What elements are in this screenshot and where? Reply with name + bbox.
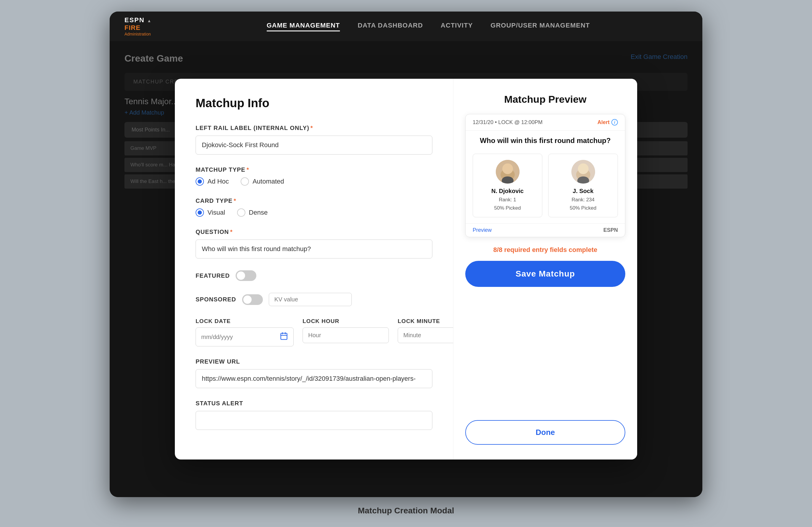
preview-date: 12/31/20 • LOCK @ 12:00PM (473, 119, 542, 125)
featured-toggle[interactable] (236, 270, 256, 281)
modal-right-panel: Matchup Preview 12/31/20 • LOCK @ 12:00P… (453, 79, 637, 460)
lock-date-wrapper (195, 328, 294, 346)
browser-window: ESPN ▲ FIRE Administration GAME MANAGEME… (110, 12, 702, 497)
required-complete-text: 8/8 required entry fields complete (493, 246, 597, 254)
lock-hour-group: LOCK HOUR (303, 318, 389, 343)
preview-question: Who will win this first round matchup? (466, 131, 625, 148)
radio-label-automated: Automated (252, 178, 284, 185)
preview-players: N. Djokovic Rank: 1 50% Picked (466, 148, 625, 223)
nav-activity[interactable]: ACTIVITY (441, 21, 473, 31)
radio-label-ad-hoc: Ad Hoc (207, 178, 229, 185)
modal-overlay: Matchup Info LEFT RAIL LABEL (INTERNAL O… (110, 41, 702, 497)
radio-dense[interactable]: Dense (237, 208, 268, 217)
card-type-radio-group: Visual Dense (195, 208, 432, 217)
radio-visual[interactable]: Visual (195, 208, 225, 217)
lock-minute-label: LOCK MINUTE (398, 318, 453, 325)
page-content: Create Game Exit Game Creation MATCHUP C… (110, 41, 702, 497)
card-type-label: CARD TYPE * (195, 197, 432, 204)
player-card-djokovic: N. Djokovic Rank: 1 50% Picked (473, 154, 542, 217)
featured-group: FEATURED (195, 270, 432, 281)
question-label: QUESTION * (195, 229, 432, 235)
lock-date-input[interactable] (201, 334, 276, 341)
status-alert-group: STATUS ALERT (195, 400, 432, 430)
player-picked-sock: 50% Picked (570, 205, 597, 211)
fire-logo: FIRE (125, 24, 151, 32)
radio-circle-automated (241, 177, 249, 186)
player-picked-djokovic: 50% Picked (494, 205, 521, 211)
preview-card-header: 12/31/20 • LOCK @ 12:00PM Alert i (466, 114, 625, 131)
featured-toggle-knob (237, 271, 245, 280)
radio-label-visual: Visual (207, 209, 225, 216)
radio-circle-ad-hoc (195, 177, 204, 186)
radio-label-dense: Dense (249, 209, 268, 216)
preview-card: 12/31/20 • LOCK @ 12:00PM Alert i Who wi… (465, 114, 625, 237)
left-rail-label: LEFT RAIL LABEL (INTERNAL ONLY) * (195, 125, 432, 132)
card-type-group: CARD TYPE * Visual (195, 197, 432, 217)
lock-date-label: LOCK DATE (195, 318, 294, 325)
alert-badge: Alert i (597, 119, 618, 125)
lock-fields-row: LOCK DATE (195, 318, 432, 346)
preview-card-footer: Preview ESPN (466, 223, 625, 237)
svg-rect-0 (281, 333, 287, 340)
admin-label: Administration (125, 32, 151, 36)
espn-logo: ESPN (125, 16, 145, 24)
preview-url-label: PREVIEW URL (195, 358, 432, 365)
radio-automated[interactable]: Automated (241, 177, 284, 186)
lock-date-group: LOCK DATE (195, 318, 294, 346)
lock-hour-input[interactable] (303, 328, 389, 343)
bottom-caption: Matchup Creation Modal (358, 506, 454, 515)
top-nav: ESPN ▲ FIRE Administration GAME MANAGEME… (110, 12, 702, 41)
nav-data-dashboard[interactable]: DATA DASHBOARD (358, 21, 423, 31)
status-alert-input[interactable] (195, 411, 432, 430)
save-matchup-button[interactable]: Save Matchup (465, 261, 625, 287)
done-button[interactable]: Done (465, 420, 625, 445)
player-avatar-sock (571, 160, 595, 183)
radio-dot-visual (198, 211, 202, 215)
player-name-sock: J. Sock (572, 188, 593, 195)
left-rail-input[interactable] (195, 136, 432, 154)
player-rank-sock: Rank: 234 (572, 197, 595, 203)
kv-value-input[interactable] (269, 293, 352, 306)
player-avatar-djokovic (496, 160, 520, 183)
matchup-type-radio-group: Ad Hoc Automated (195, 177, 432, 186)
matchup-type-label: MATCHUP TYPE * (195, 166, 432, 173)
matchup-type-group: MATCHUP TYPE * Ad Hoc (195, 166, 432, 186)
required-star: * (310, 125, 313, 132)
status-alert-label: STATUS ALERT (195, 400, 432, 407)
nav-game-management[interactable]: GAME MANAGEMENT (267, 21, 340, 31)
preview-link[interactable]: Preview (473, 227, 492, 233)
alert-label: Alert (597, 119, 610, 125)
preview-url-input[interactable] (195, 369, 432, 388)
player-name-djokovic: N. Djokovic (491, 188, 524, 195)
question-input[interactable] (195, 240, 432, 258)
matchup-modal: Matchup Info LEFT RAIL LABEL (INTERNAL O… (175, 79, 637, 460)
player-rank-djokovic: Rank: 1 (499, 197, 516, 203)
required-star-3: * (234, 197, 236, 204)
sponsored-group: SPONSORED (195, 293, 432, 306)
preview-url-group: PREVIEW URL (195, 358, 432, 388)
question-group: QUESTION * (195, 229, 432, 258)
radio-dot-ad-hoc (198, 179, 202, 183)
nav-group-user[interactable]: GROUP/USER MANAGEMENT (491, 21, 590, 31)
radio-circle-visual (195, 208, 204, 217)
lock-minute-group: LOCK MINUTE (398, 318, 453, 343)
sponsored-toggle-knob (243, 296, 251, 304)
modal-left-panel: Matchup Info LEFT RAIL LABEL (INTERNAL O… (175, 79, 453, 460)
sponsored-label: SPONSORED (195, 296, 236, 303)
sponsored-row: SPONSORED (195, 293, 432, 306)
featured-toggle-group: FEATURED (195, 270, 432, 281)
modal-title: Matchup Info (195, 96, 432, 110)
lock-hour-label: LOCK HOUR (303, 318, 389, 325)
required-star-2: * (247, 166, 249, 173)
featured-label: FEATURED (195, 272, 230, 279)
left-rail-group: LEFT RAIL LABEL (INTERNAL ONLY) * (195, 125, 432, 154)
calendar-icon[interactable] (280, 332, 288, 342)
radio-ad-hoc[interactable]: Ad Hoc (195, 177, 229, 186)
lock-fields-group: LOCK DATE (195, 318, 432, 346)
player-card-sock: J. Sock Rank: 234 50% Picked (548, 154, 618, 217)
preview-title: Matchup Preview (504, 93, 586, 105)
radio-circle-dense (237, 208, 245, 217)
sponsored-toggle[interactable] (242, 294, 263, 305)
alert-info-icon[interactable]: i (611, 119, 618, 125)
lock-minute-input[interactable] (398, 328, 453, 343)
